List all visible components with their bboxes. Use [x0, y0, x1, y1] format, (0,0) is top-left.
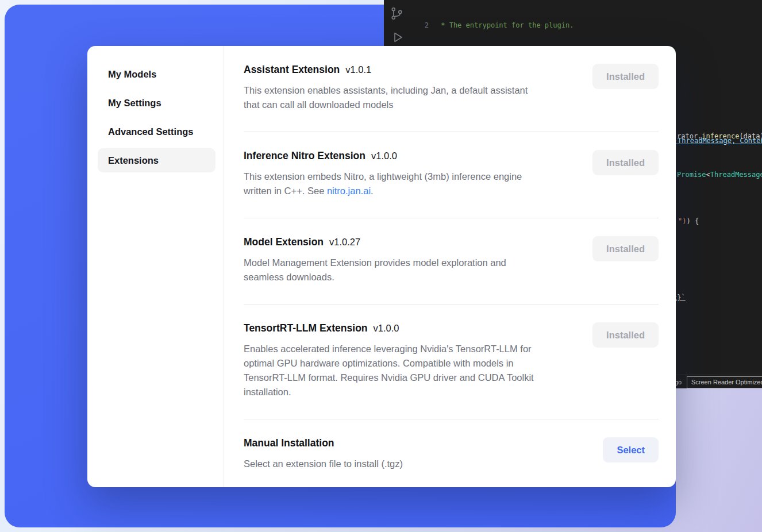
screen-reader-optimized-badge[interactable]: Screen Reader Optimized [687, 376, 762, 388]
installed-button[interactable]: Installed [592, 236, 659, 261]
code-fragment: Promise<ThreadMessage> [677, 170, 762, 180]
extension-version: v1.0.27 [329, 237, 360, 248]
extension-description: Enables accelerated inference leveraging… [244, 342, 534, 399]
sidebar-item-extensions[interactable]: Extensions [98, 148, 215, 172]
settings-card: My Models My Settings Advanced Settings … [87, 46, 676, 487]
installed-button[interactable]: Installed [592, 64, 659, 89]
code-text: * The entrypoint for the plugin. [437, 21, 574, 30]
sidebar-item-label: Extensions [108, 155, 159, 166]
extension-version: v1.0.0 [374, 323, 399, 334]
sidebar-item-my-models[interactable]: My Models [98, 62, 215, 86]
installed-button[interactable]: Installed [592, 150, 659, 175]
run-debug-icon[interactable] [391, 30, 405, 48]
extension-description: This extension enables assistants, inclu… [244, 83, 528, 112]
sidebar-item-label: My Models [108, 69, 156, 80]
extension-name: Model Extension [244, 236, 324, 248]
sidebar-item-label: Advanced Settings [108, 126, 194, 137]
extension-version: v1.0.1 [345, 64, 371, 75]
source-control-icon[interactable] [390, 6, 404, 24]
extension-name: Inference Nitro Extension [244, 150, 365, 162]
code-fragment: ")) { [678, 217, 699, 226]
extension-version: v1.0.0 [371, 151, 397, 161]
extension-description: This extension embeds Nitro, a lightweig… [244, 169, 522, 198]
sidebar-item-advanced-settings[interactable]: Advanced Settings [98, 119, 215, 144]
code-fragment: rator.inference(data)); [677, 132, 762, 141]
extension-description: Model Management Extension provides mode… [244, 256, 506, 284]
sidebar-item-my-settings[interactable]: My Settings [98, 91, 215, 115]
extension-row-tensorrt-llm: TensortRT-LLM Extension v1.0.0 Enables a… [244, 304, 659, 419]
sidebar-item-label: My Settings [108, 98, 161, 109]
extension-name: TensortRT-LLM Extension [244, 322, 368, 334]
extension-description: Select an extension file to install (.tg… [244, 457, 403, 471]
select-file-button[interactable]: Select [603, 437, 659, 462]
nitro-jan-ai-link[interactable]: nitro.jan.ai [327, 186, 371, 196]
extensions-list: Assistant Extension v1.0.1 This extensio… [224, 46, 676, 487]
extension-name: Assistant Extension [244, 64, 340, 76]
line-number: 2 [417, 21, 429, 30]
code-line: 2 * The entrypoint for the plugin. [417, 21, 762, 30]
extension-name: Manual Installation [244, 437, 334, 449]
extension-row-model: Model Extension v1.0.27 Model Management… [244, 218, 659, 304]
extension-row-manual-installation: Manual Installation Select an extension … [244, 419, 659, 487]
extension-row-assistant: Assistant Extension v1.0.1 This extensio… [244, 46, 659, 132]
settings-sidebar: My Models My Settings Advanced Settings … [87, 46, 224, 487]
installed-button[interactable]: Installed [592, 322, 659, 348]
extension-row-nitro: Inference Nitro Extension v1.0.0 This ex… [244, 132, 659, 218]
